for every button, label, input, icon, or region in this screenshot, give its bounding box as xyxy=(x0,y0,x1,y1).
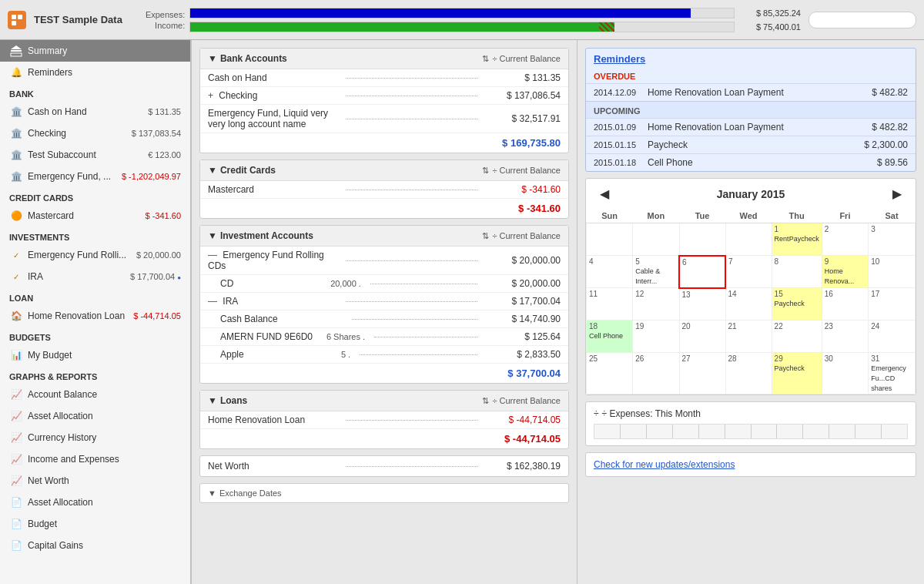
upcoming-item-2: 2015.01.15 Paycheck $ 2,300.00 xyxy=(586,136,916,153)
sidebar-item-hrl[interactable]: 🏠 Home Renovation Loan $ -44,714.05 xyxy=(0,305,190,327)
search-input[interactable] xyxy=(808,12,916,29)
cal-day-9[interactable]: 9Home Renova... xyxy=(822,256,869,288)
sidebar-item-cash[interactable]: 🏛️ Cash on Hand $ 131.35 xyxy=(0,101,190,123)
cal-day-15[interactable]: 15Paycheck xyxy=(772,288,822,321)
sidebar-item-currency[interactable]: 📈 Currency History xyxy=(0,427,190,448)
cal-day-20[interactable]: 20 xyxy=(679,321,725,353)
cal-day-24[interactable]: 24 xyxy=(869,321,916,353)
sidebar-item-mybudget[interactable]: 📊 My Budget xyxy=(0,344,190,366)
calendar-next-btn[interactable]: ▶ xyxy=(888,185,906,203)
sidebar-item-emergency[interactable]: 🏛️ Emergency Fund, ... $ -1,202,049.97 xyxy=(0,166,190,187)
invest-row-cashbal[interactable]: Cash Balance $ 14,740.90 xyxy=(200,310,568,328)
cal-day-3[interactable]: 3 xyxy=(869,223,916,256)
cal-day-29[interactable]: 29Paycheck xyxy=(772,353,822,394)
sidebar-item-mastercard[interactable]: 🟠 Mastercard $ -341.60 xyxy=(0,205,190,227)
sidebar-item-budget-doc[interactable]: 📄 Budget xyxy=(0,513,190,535)
bank-row-emergency[interactable]: Emergency Fund, Liquid very very long ac… xyxy=(200,105,568,133)
cal-day-8[interactable]: 8 xyxy=(772,256,822,288)
expenses-header[interactable]: ÷ ÷ Expenses: This Month xyxy=(594,408,908,419)
updates-link[interactable]: Check for new updates/extensions xyxy=(594,459,735,470)
cal-day-empty-3[interactable] xyxy=(679,223,725,256)
cal-day-10[interactable]: 10 xyxy=(869,256,916,288)
sidebar-reminders-label: Reminders xyxy=(28,67,181,78)
cal-day-31[interactable]: 31Emergency Fu...CD shares xyxy=(869,353,916,394)
loans-total: $ -44,714.05 xyxy=(200,429,568,448)
cal-day-empty-2[interactable] xyxy=(633,223,679,256)
invest-cashbal-balance: $ 14,740.90 xyxy=(484,314,561,324)
upcoming-date-3: 2015.01.18 xyxy=(594,158,648,167)
sidebar-item-rollingcds[interactable]: ✓ Emergency Fund Rolli... $ 20,000.00 xyxy=(0,244,190,266)
cal-day-4[interactable]: 4 xyxy=(587,256,633,288)
doc-icon-cg: 📄 xyxy=(9,539,23,552)
cc-section-header: CREDIT CARDS xyxy=(0,187,190,205)
sort-icon-cc: ⇅ xyxy=(482,166,489,176)
cal-sat: Sat xyxy=(869,209,916,223)
sidebar-item-asset-alloc-doc[interactable]: 📄 Asset Allocation xyxy=(0,492,190,513)
cal-day-23[interactable]: 23 xyxy=(822,321,869,353)
bank-accounts-title[interactable]: ▼ Bank Accounts xyxy=(208,53,287,64)
sidebar-summary-label: Summary xyxy=(28,45,181,56)
cal-day-30[interactable]: 30 xyxy=(822,353,869,394)
cal-day-5[interactable]: 5Cable & Interr... xyxy=(633,256,679,288)
cal-day-11[interactable]: 11 xyxy=(587,288,633,321)
sidebar-item-summary[interactable]: Summary xyxy=(0,40,190,62)
bank-emergency-balance: $ 32,517.91 xyxy=(484,113,561,124)
invest-row-cd[interactable]: CD 20,000 . $ 20,000.00 xyxy=(200,275,568,293)
cal-day-14[interactable]: 14 xyxy=(725,288,772,321)
cal-day-25[interactable]: 25 xyxy=(587,353,633,394)
bank-row-checking[interactable]: + Checking $ 137,086.54 xyxy=(200,87,568,105)
cal-day-28[interactable]: 28 xyxy=(725,353,772,394)
sidebar-item-net-worth[interactable]: 📈 Net Worth xyxy=(0,470,190,492)
cal-day-21[interactable]: 21 xyxy=(725,321,772,353)
invest-ira-balance: $ 17,700.04 xyxy=(484,296,561,307)
cc-row-mastercard[interactable]: Mastercard $ -341.60 xyxy=(200,181,568,199)
cal-day-empty-4[interactable] xyxy=(725,223,772,256)
cal-day-22[interactable]: 22 xyxy=(772,321,822,353)
upcoming-item-1: 2015.01.09 Home Renovation Loan Payment … xyxy=(586,118,916,136)
bank-row-cash[interactable]: Cash on Hand $ 131.35 xyxy=(200,69,568,87)
invest-row-apple[interactable]: Apple 5 . $ 2,833.50 xyxy=(200,346,568,364)
expenses-bar xyxy=(190,8,690,18)
cal-day-19[interactable]: 19 xyxy=(633,321,679,353)
calendar-header: ◀ January 2015 ▶ xyxy=(586,179,916,209)
cal-tue: Tue xyxy=(679,209,725,223)
investment-title[interactable]: ▼ Investment Accounts xyxy=(208,230,313,241)
sidebar-item-ira[interactable]: ✓ IRA $ 17,700.04 xyxy=(0,266,190,287)
credit-cards-title[interactable]: ▼ Credit Cards xyxy=(208,165,276,176)
cal-day-17[interactable]: 17 xyxy=(869,288,916,321)
loans-title[interactable]: ▼ Loans xyxy=(208,395,247,406)
invest-apple-balance: $ 2,833.50 xyxy=(484,349,561,360)
cal-day-1[interactable]: 1RentPaycheck xyxy=(772,223,822,256)
right-panel: Reminders OVERDUE 2014.12.09 Home Renova… xyxy=(578,40,924,584)
expenses-bar-container xyxy=(189,8,735,18)
sidebar-item-reminders[interactable]: 🔔 Reminders xyxy=(0,62,190,83)
cal-day-18[interactable]: 18Cell Phone xyxy=(587,321,633,353)
calendar-prev-btn[interactable]: ◀ xyxy=(595,185,614,203)
cal-day-7[interactable]: 7 xyxy=(725,256,772,288)
cal-day-12[interactable]: 12 xyxy=(633,288,679,321)
loan-row-hrl[interactable]: Home Renovation Loan $ -44,714.05 xyxy=(200,411,568,429)
sidebar: Summary 🔔 Reminders BANK 🏛️ Cash on Hand… xyxy=(0,40,191,584)
cal-day-6[interactable]: 6 xyxy=(679,256,725,288)
loan-hrl-dots xyxy=(346,420,477,421)
cal-day-13[interactable]: 13 xyxy=(679,288,725,321)
invest-row-amern[interactable]: AMERN FUND 9E6D0 6 Shares . $ 125.64 xyxy=(200,328,568,346)
sidebar-item-capital-gains[interactable]: 📄 Capital Gains xyxy=(0,535,190,556)
invest-row-rollingcds[interactable]: — Emergency Fund Rolling CDs $ 20,000.00 xyxy=(200,247,568,275)
sidebar-item-asset-alloc[interactable]: 📈 Asset Allocation xyxy=(0,405,190,427)
cal-day-26[interactable]: 26 xyxy=(633,353,679,394)
loan-hrl-balance: $ -44,714.05 xyxy=(484,415,561,425)
cal-day-16[interactable]: 16 xyxy=(822,288,869,321)
sidebar-item-checking[interactable]: 🏛️ Checking $ 137,083.54 xyxy=(0,123,190,144)
cal-day-empty-1[interactable] xyxy=(587,223,633,256)
cal-fri: Fri xyxy=(822,209,869,223)
invest-row-ira[interactable]: — IRA $ 17,700.04 xyxy=(200,293,568,310)
reminders-header[interactable]: Reminders xyxy=(586,49,916,69)
cal-day-27[interactable]: 27 xyxy=(679,353,725,394)
cal-day-2[interactable]: 2 xyxy=(822,223,869,256)
sidebar-item-subaccount[interactable]: 🏛️ Test Subaccount € 123.00 xyxy=(0,144,190,166)
invest-ira-dots xyxy=(346,301,477,302)
doc-icon-budget: 📄 xyxy=(9,517,23,531)
sidebar-item-income-expenses[interactable]: 📈 Income and Expenses xyxy=(0,448,190,470)
sidebar-item-account-balance[interactable]: 📈 Account Balance xyxy=(0,384,190,405)
